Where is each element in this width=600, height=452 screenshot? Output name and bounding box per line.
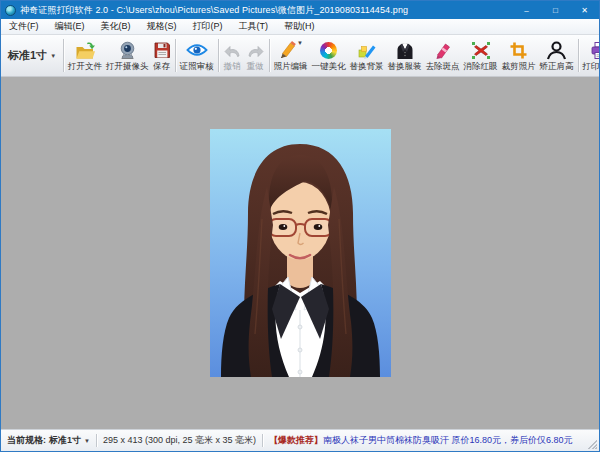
redo-button[interactable]: 重做 <box>244 35 267 76</box>
minimize-button[interactable]: – <box>512 1 541 19</box>
replace-clothes-button[interactable]: 替换服装 <box>386 35 424 76</box>
statusbar: 当前规格: 标准1寸 ▼ 295 x 413 (300 dpi, 25 毫米 x… <box>1 429 599 451</box>
menu-file[interactable]: 文件(F) <box>1 19 47 34</box>
photo-canvas <box>1 77 599 429</box>
window-title: 神奇证照打印软件 2.0 - C:\Users\zhou\Pictures\Sa… <box>20 4 512 17</box>
promo-ad-link[interactable]: 【爆款推荐】 南极人袜子男中筒棉袜防臭吸汗 原价16.80元，券后价仅6.80元 <box>269 434 573 447</box>
color-wheel-icon <box>320 42 337 59</box>
menu-help[interactable]: 帮助(H) <box>276 19 323 34</box>
crop-photo-button[interactable]: 裁剪照片 <box>500 35 538 76</box>
current-spec-value: 标准1寸 <box>49 434 81 447</box>
remove-blemish-button[interactable]: 去除斑点 <box>424 35 462 76</box>
save-icon <box>153 40 171 60</box>
statusbar-separator <box>262 434 263 447</box>
suit-icon <box>395 40 415 60</box>
blemish-pen-icon <box>434 40 452 60</box>
replace-background-button[interactable]: 替换背景 <box>348 35 386 76</box>
folder-open-icon <box>75 40 96 60</box>
promo-ad-tag: 【爆款推荐】 <box>269 434 323 447</box>
eye-review-icon <box>186 40 208 60</box>
current-spec-label: 当前规格: <box>7 434 46 447</box>
crop-icon <box>509 40 528 60</box>
printer-icon <box>590 40 599 60</box>
photo-review-button[interactable]: 证照审核 <box>178 35 216 76</box>
save-button[interactable]: 保存 <box>151 35 173 76</box>
undo-button[interactable]: 撤销 <box>221 35 244 76</box>
remove-red-eye-button[interactable]: 消除红眼 <box>462 35 500 76</box>
red-eye-icon <box>471 40 491 60</box>
spec-dropdown[interactable]: 标准1寸 ▼ <box>3 44 61 67</box>
menu-beautify[interactable]: 美化(B) <box>93 19 139 34</box>
toolbar-separator <box>175 39 176 72</box>
toolbar-separator <box>578 39 579 72</box>
photo-edit-button[interactable]: ▼ 照片编辑 <box>272 35 310 76</box>
menu-print[interactable]: 打印(P) <box>185 19 231 34</box>
current-spec-dropdown[interactable]: 当前规格: 标准1寸 ▼ <box>7 434 90 447</box>
window-controls: – □ ✕ <box>512 1 599 19</box>
correct-shoulder-button[interactable]: 矫正肩高 <box>538 35 576 76</box>
redo-icon <box>246 40 265 60</box>
app-window: 神奇证照打印软件 2.0 - C:\Users\zhou\Pictures\Sa… <box>0 0 600 452</box>
app-icon <box>5 5 16 16</box>
resize-grip[interactable] <box>586 438 597 449</box>
pencil-icon <box>278 40 296 63</box>
chevron-down-icon: ▼ <box>297 40 303 46</box>
photo-dimensions: 295 x 413 (300 dpi, 25 毫米 x 35 毫米) <box>103 434 256 447</box>
menu-spec[interactable]: 规格(S) <box>139 19 185 34</box>
menu-edit[interactable]: 编辑(E) <box>47 19 93 34</box>
chevron-down-icon: ▼ <box>50 53 56 59</box>
background-brush-icon <box>357 40 377 60</box>
toolbar-separator <box>218 39 219 72</box>
toolbar-separator <box>63 39 64 72</box>
close-button[interactable]: ✕ <box>570 1 599 19</box>
shoulder-icon <box>546 40 567 60</box>
menubar: 文件(F) 编辑(E) 美化(B) 规格(S) 打印(P) 工具(T) 帮助(H… <box>1 19 599 35</box>
maximize-button[interactable]: □ <box>541 1 570 19</box>
open-file-button[interactable]: 打开文件 <box>66 35 104 76</box>
promo-ad-text: 南极人袜子男中筒棉袜防臭吸汗 原价16.80元，券后价仅6.80元 <box>323 434 573 447</box>
one-key-beautify-button[interactable]: 一键美化 <box>310 35 348 76</box>
toolbar: 标准1寸 ▼ 打开文件 <box>1 35 599 77</box>
statusbar-separator <box>96 434 97 447</box>
webcam-icon <box>118 40 137 60</box>
chevron-down-icon: ▼ <box>84 438 90 444</box>
open-camera-button[interactable]: 打开摄像头 <box>104 35 151 76</box>
undo-icon <box>223 40 242 60</box>
id-photo <box>210 129 391 377</box>
spec-dropdown-label: 标准1寸 <box>8 48 47 63</box>
titlebar: 神奇证照打印软件 2.0 - C:\Users\zhou\Pictures\Sa… <box>1 1 599 19</box>
toolbar-separator <box>269 39 270 72</box>
menu-tools[interactable]: 工具(T) <box>231 19 277 34</box>
print-photo-button[interactable]: 打印照片 <box>581 35 599 76</box>
